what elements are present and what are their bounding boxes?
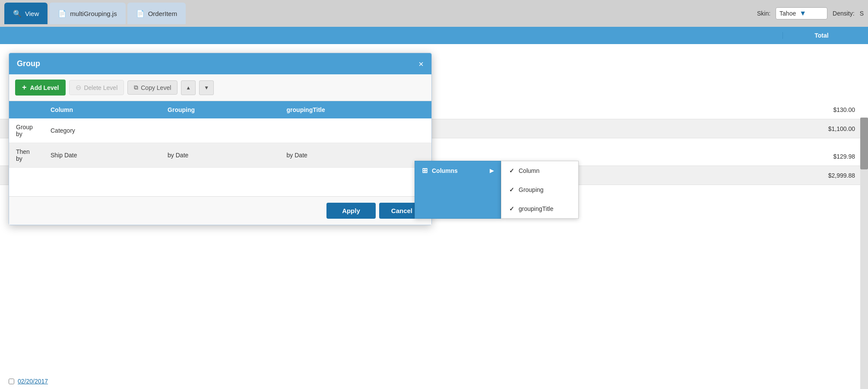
bg-amount-2: $1,100.00: [786, 125, 864, 132]
delete-level-button[interactable]: ⊖ Delete Level: [69, 80, 124, 95]
scrollbar-track[interactable]: [860, 118, 868, 389]
add-level-button[interactable]: + Add Level: [15, 80, 66, 96]
bg-amount-4: $2,999.88: [786, 172, 864, 179]
grouping-table: Column Grouping groupingTitle Group by C…: [9, 101, 431, 168]
row-column-2: Ship Date: [44, 143, 161, 168]
add-level-label: Add Level: [30, 84, 59, 91]
density-value: S: [860, 10, 864, 17]
bg-amount-1: $130.00: [786, 106, 864, 113]
date-checkbox[interactable]: [9, 379, 14, 384]
table-row: Then by Ship Date by Date by Date: [9, 143, 431, 168]
table-body: Group by Category Then by Ship Date by D…: [9, 118, 431, 168]
tab-multigrouping-label: multiGrouping.js: [70, 10, 117, 17]
multigrouping-icon: 📄: [58, 10, 67, 18]
plus-icon: +: [22, 83, 27, 92]
tab-orderitem[interactable]: 📄 OrderItem: [127, 3, 186, 24]
row-label-1: Group by: [9, 118, 44, 143]
submenu-item-groupingtitle[interactable]: ✓ groupingTitle: [501, 199, 578, 218]
table-header: Column Grouping groupingTitle: [9, 101, 431, 118]
skin-area: Skin: Tahoe ▼ Density: S: [757, 7, 864, 19]
col-header-groupingtitle: groupingTitle: [280, 101, 431, 118]
tab-bar: 🔍 View 📄 multiGrouping.js 📄 OrderItem Sk…: [0, 0, 868, 27]
down-arrow-icon: ▼: [204, 85, 209, 91]
skin-value: Tahoe: [779, 10, 796, 17]
columns-menu-item[interactable]: ⊞ Columns ▶: [415, 161, 501, 180]
bg-amount-3: $129.98: [786, 153, 864, 160]
tab-multigrouping[interactable]: 📄 multiGrouping.js: [49, 3, 125, 24]
check-grouping-icon: ✓: [509, 186, 514, 193]
minus-icon: ⊖: [76, 83, 81, 92]
submenu-item-column[interactable]: ✓ Column: [501, 161, 578, 180]
copy-level-label: Copy Level: [141, 84, 171, 91]
col-header-column: Column: [44, 101, 161, 118]
group-dialog: Group × + Add Level ⊖ Delete Level ⧉ Cop…: [9, 53, 432, 225]
view-icon: 🔍: [13, 10, 22, 18]
table-row: Group by Category: [9, 118, 431, 143]
context-menu-main: ⊞ Columns ▶: [415, 161, 501, 219]
submenu-arrow-icon: ▶: [490, 168, 494, 174]
up-arrow-icon: ▲: [186, 85, 191, 91]
date-value: 02/20/2017: [18, 378, 48, 385]
submenu-item-grouping[interactable]: ✓ Grouping: [501, 180, 578, 199]
skin-label: Skin:: [757, 10, 770, 17]
row-grouping-1: [161, 118, 279, 143]
move-down-button[interactable]: ▼: [199, 80, 214, 95]
dialog-toolbar: + Add Level ⊖ Delete Level ⧉ Copy Level …: [9, 74, 431, 101]
col-header-grouping: Grouping: [161, 101, 279, 118]
density-label: Density:: [833, 10, 855, 17]
dialog-header: Group ×: [9, 53, 431, 74]
delete-level-label: Delete Level: [84, 84, 117, 91]
copy-icon: ⧉: [134, 84, 138, 91]
scrollbar-thumb[interactable]: [860, 118, 868, 169]
dialog-table-wrapper: Column Grouping groupingTitle Group by C…: [9, 101, 431, 196]
bottom-date-row[interactable]: 02/20/2017: [9, 373, 48, 389]
skin-select[interactable]: Tahoe ▼: [776, 7, 827, 19]
dialog-title: Group: [17, 59, 40, 68]
context-menu: ⊞ Columns ▶ ✓ Column ✓ Grouping ✓ groupi…: [415, 161, 579, 219]
skin-dropdown-arrow: ▼: [799, 10, 806, 17]
columns-label: Columns: [432, 167, 458, 174]
columns-grid-icon: ⊞: [422, 166, 428, 175]
check-column-icon: ✓: [509, 167, 514, 174]
dialog-close-button[interactable]: ×: [418, 60, 424, 68]
row-groupingtitle-1: [280, 118, 431, 143]
apply-button[interactable]: Apply: [326, 203, 376, 219]
tab-view[interactable]: 🔍 View: [4, 3, 48, 24]
main-content: Total $130.00 $1,100.00 $129.98 $2,999.8…: [0, 27, 868, 389]
context-submenu: ✓ Column ✓ Grouping ✓ groupingTitle: [501, 161, 579, 219]
bg-table-header: Total: [0, 27, 868, 44]
row-groupingtitle-2: by Date: [280, 143, 431, 168]
submenu-grouping-label: Grouping: [519, 186, 544, 193]
tab-orderitem-label: OrderItem: [148, 10, 177, 17]
submenu-column-label: Column: [519, 167, 539, 174]
check-groupingtitle-icon: ✓: [509, 205, 514, 212]
copy-level-button[interactable]: ⧉ Copy Level: [127, 80, 177, 95]
tab-view-label: View: [25, 10, 39, 17]
row-grouping-2: by Date: [161, 143, 279, 168]
orderitem-icon: 📄: [136, 10, 145, 18]
dialog-footer: Apply Cancel: [9, 196, 431, 225]
bg-total-header: Total: [782, 32, 860, 39]
col-header-empty: [9, 101, 44, 118]
submenu-groupingtitle-label: groupingTitle: [519, 205, 553, 212]
row-column-1: Category: [44, 118, 161, 143]
row-label-2: Then by: [9, 143, 44, 168]
move-up-button[interactable]: ▲: [181, 80, 196, 95]
